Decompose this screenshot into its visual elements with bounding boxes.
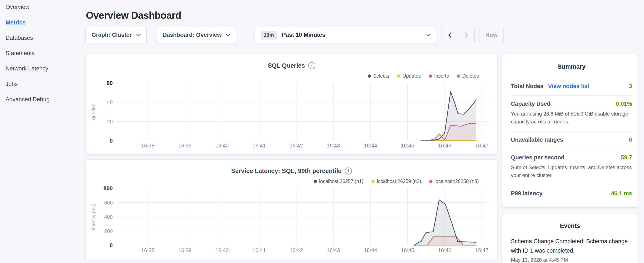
graph-scope-dropdown[interactable]: Graph: Cluster (86, 27, 147, 43)
chevron-down-icon (136, 34, 141, 36)
svg-text:20: 20 (107, 119, 113, 124)
svg-text:16:46: 16:46 (438, 143, 451, 149)
time-pager (442, 27, 475, 43)
legend-label: Selects (373, 73, 389, 79)
svg-text:60: 60 (106, 80, 113, 86)
chevron-right-icon (464, 32, 469, 38)
chart-title: SQL Queries (268, 62, 305, 69)
legend-dot-icon (372, 180, 374, 183)
events-panel: Events Schema Change Completed: Schema c… (502, 213, 638, 263)
legend-label: localhost:26259 (n2) (377, 178, 421, 184)
svg-text:16:40: 16:40 (216, 143, 229, 149)
stat-label: Queries per second (511, 154, 564, 161)
legend-dot-icon (397, 75, 400, 78)
svg-text:16:45: 16:45 (401, 247, 414, 253)
summary-panel: Summary Total Nodes View nodes list 3 Ca… (502, 54, 638, 208)
svg-text:queries: queries (91, 104, 96, 120)
summary-row-total-nodes: Total Nodes View nodes list 3 (511, 78, 632, 96)
sidebar-item-databases[interactable]: Databases (6, 35, 33, 41)
sidebar-item-metrics[interactable]: Metrics (6, 19, 26, 26)
event-message: Schema Change Completed: Schema change w… (511, 237, 629, 255)
toolbar-divider (243, 27, 243, 43)
chart-legend: SelectsUpdatesInsertsDeletes (368, 73, 479, 79)
legend-item: Selects (368, 73, 389, 79)
svg-text:16:40: 16:40 (216, 247, 229, 253)
view-nodes-list-link[interactable]: View nodes list (548, 83, 590, 90)
stat-description: You are using 28.6 MiB of 515.9 GiB usab… (511, 110, 632, 126)
summary-title: Summary (511, 63, 632, 70)
legend-item: Deletes (457, 73, 479, 79)
sidebar-item-network-latency[interactable]: Network Latency (6, 65, 48, 72)
svg-text:16:42: 16:42 (290, 143, 303, 149)
svg-text:600: 600 (104, 200, 113, 205)
stat-value: 46.1 ms (611, 190, 632, 197)
chevron-down-icon (425, 34, 430, 37)
info-icon[interactable]: i (345, 167, 352, 174)
events-title: Events (511, 222, 629, 229)
stat-value: 3 (629, 83, 632, 90)
legend-label: Updates (402, 73, 421, 79)
svg-text:16:45: 16:45 (401, 143, 414, 149)
chart-legend: localhost:26257 (n1)localhost:26259 (n2)… (314, 178, 479, 184)
svg-text:16:38: 16:38 (141, 143, 154, 149)
svg-text:800: 800 (104, 185, 113, 191)
legend-dot-icon (314, 180, 317, 183)
sidebar-item-statements[interactable]: Statements (6, 50, 35, 57)
svg-text:0: 0 (110, 137, 113, 144)
service-latency-plot: 020040060080016:3816:3916:4016:4116:4216… (86, 160, 498, 261)
sidebar-item-advanced-debug[interactable]: Advanced Debug (6, 96, 50, 103)
legend-item: localhost:26259 (n2) (372, 178, 421, 184)
stat-label: Capacity Used (511, 101, 550, 107)
legend-item: Inserts (429, 73, 449, 79)
stat-value: 0.01% (616, 101, 632, 107)
svg-text:200: 200 (104, 228, 113, 234)
svg-text:16:43: 16:43 (327, 247, 340, 253)
legend-item: Updates (397, 73, 421, 79)
svg-text:16:47: 16:47 (475, 143, 488, 149)
svg-text:0: 0 (110, 242, 113, 248)
legend-dot-icon (429, 180, 432, 183)
info-icon[interactable]: i (308, 62, 315, 69)
svg-text:16:44: 16:44 (364, 143, 377, 149)
service-latency-chart-card: Service Latency: SQL, 99th percentile i … (86, 159, 498, 260)
legend-label: localhost:26257 (n1) (319, 178, 363, 184)
event-list-item[interactable]: Schema Change Completed: Schema change w… (511, 237, 629, 263)
sql-queries-plot: 020406016:3816:3916:4016:4116:4216:4316:… (86, 54, 498, 155)
legend-label: localhost:26258 (n3) (434, 178, 479, 184)
svg-text:16:38: 16:38 (141, 247, 154, 253)
time-window-badge: 10m (261, 31, 277, 40)
svg-text:16:42: 16:42 (290, 247, 303, 253)
stat-label: Unavailable ranges (511, 137, 563, 143)
summary-row-unavailable-ranges: Unavailable ranges 0 (511, 132, 632, 149)
prev-time-window-button[interactable] (442, 27, 458, 43)
legend-item: localhost:26258 (n3) (429, 178, 479, 184)
svg-text:16:47: 16:47 (475, 247, 488, 253)
page-title: Overview Dashboard (86, 10, 181, 21)
time-window-dropdown[interactable]: 10m Past 10 Minutes (255, 27, 436, 43)
summary-row-p99-latency: P99 latency 46.1 ms (511, 185, 632, 202)
chevron-left-icon (447, 32, 453, 38)
sidebar-item-jobs[interactable]: Jobs (6, 81, 18, 87)
event-timestamp: May 13, 2020 at 4:45 PM (511, 257, 629, 263)
sql-queries-chart-card: SQL Queries i SelectsUpdatesInsertsDelet… (86, 54, 498, 155)
sidebar-item-overview[interactable]: Overview (6, 4, 30, 11)
svg-text:16:41: 16:41 (252, 143, 266, 149)
svg-text:16:43: 16:43 (327, 143, 340, 149)
legend-dot-icon (368, 75, 371, 78)
stat-label: P99 latency (511, 190, 542, 197)
stat-label: Total Nodes (511, 83, 544, 90)
legend-label: Deletes (462, 73, 479, 79)
now-button[interactable]: Now (479, 27, 504, 43)
dashboard-dropdown[interactable]: Dashboard: Overview (157, 27, 236, 43)
chart-title: Service Latency: SQL, 99th percentile (231, 167, 342, 174)
svg-text:16:41: 16:41 (252, 247, 266, 253)
stat-value: 0 (629, 137, 632, 143)
stat-description: Sum of Selects, Updates, Inserts, and De… (511, 163, 632, 179)
svg-text:latency (ms): latency (ms) (91, 203, 96, 230)
svg-text:400: 400 (104, 214, 113, 220)
chevron-down-icon (226, 34, 230, 36)
legend-dot-icon (457, 75, 460, 78)
summary-row-capacity-used: Capacity Used 0.01% You are using 28.6 M… (511, 96, 632, 132)
legend-label: Inserts (434, 73, 449, 79)
next-time-window-button[interactable] (458, 27, 474, 43)
